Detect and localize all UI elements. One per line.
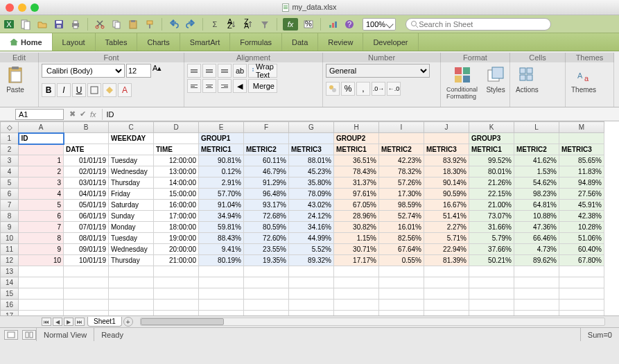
cell-A9[interactable]: 7 xyxy=(19,222,64,233)
cell-E10[interactable]: 88.43% xyxy=(199,233,244,244)
cell-E14[interactable] xyxy=(199,277,244,288)
cell-K6[interactable]: 22.15% xyxy=(469,189,514,200)
cell-C8[interactable]: Sunday xyxy=(109,211,154,222)
cell-D17[interactable] xyxy=(154,311,199,316)
format-painter-icon[interactable] xyxy=(143,18,156,31)
cell-I2[interactable]: METRIC2 xyxy=(379,144,424,155)
tab-smartart[interactable]: SmartArt xyxy=(180,33,230,51)
cell-A2[interactable] xyxy=(19,144,64,155)
col-header-A[interactable]: A xyxy=(19,122,64,133)
cell-G4[interactable]: 45.23% xyxy=(289,166,334,177)
themes-button[interactable]: Aa Themes xyxy=(568,64,599,95)
cell-M1[interactable] xyxy=(559,133,604,144)
formula-input[interactable]: ID xyxy=(102,109,619,120)
cell-C14[interactable] xyxy=(109,277,154,288)
cell-K7[interactable]: 21.00% xyxy=(469,200,514,211)
cell-D15[interactable] xyxy=(154,288,199,300)
row-header-8[interactable]: 8 xyxy=(1,211,19,222)
cell-K8[interactable]: 73.07% xyxy=(469,211,514,222)
row-header-6[interactable]: 6 xyxy=(1,189,19,200)
cell-H12[interactable]: 17.17% xyxy=(334,255,379,266)
cell-E12[interactable]: 80.19% xyxy=(199,255,244,266)
cell-E4[interactable]: 0.12% xyxy=(199,166,244,177)
cell-A10[interactable]: 8 xyxy=(19,233,64,244)
cell-L5[interactable]: 54.62% xyxy=(514,177,559,189)
cell-M3[interactable]: 85.65% xyxy=(559,155,604,166)
row-header-17[interactable]: 17 xyxy=(1,311,19,316)
show-formulas-icon[interactable]: % xyxy=(302,18,315,31)
row-header-11[interactable]: 11 xyxy=(1,244,19,255)
tab-formulas[interactable]: Formulas xyxy=(230,33,282,51)
cell-J13[interactable] xyxy=(424,266,469,277)
cell-B10[interactable]: 08/01/19 xyxy=(64,233,109,244)
cell-F9[interactable]: 80.59% xyxy=(244,222,289,233)
filter-icon[interactable] xyxy=(259,18,271,31)
cell-H2[interactable]: METRIC1 xyxy=(334,144,379,155)
row-header-1[interactable]: 1 xyxy=(1,133,19,144)
cell-F13[interactable] xyxy=(244,266,289,277)
cell-H6[interactable]: 97.61% xyxy=(334,189,379,200)
cell-E8[interactable]: 34.94% xyxy=(199,211,244,222)
cell-G1[interactable] xyxy=(289,133,334,144)
cell-M2[interactable]: METRIC3 xyxy=(559,144,604,155)
cell-D8[interactable]: 17:00:00 xyxy=(154,211,199,222)
row-header-7[interactable]: 7 xyxy=(1,200,19,211)
cell-K11[interactable]: 37.66% xyxy=(469,244,514,255)
last-sheet-icon[interactable]: ⏭ xyxy=(75,318,85,326)
increase-decimal-icon[interactable]: .0→ xyxy=(372,82,385,96)
cell-D6[interactable]: 15:00:00 xyxy=(154,189,199,200)
cell-L6[interactable]: 98.23% xyxy=(514,189,559,200)
cell-M17[interactable] xyxy=(559,311,604,316)
cell-A13[interactable] xyxy=(19,266,64,277)
col-header-K[interactable]: K xyxy=(469,122,514,133)
cell-L17[interactable] xyxy=(514,311,559,316)
fill-color-button[interactable] xyxy=(103,83,116,97)
cell-A6[interactable]: 4 xyxy=(19,189,64,200)
cell-H15[interactable] xyxy=(334,288,379,300)
cell-D4[interactable]: 13:00:00 xyxy=(154,166,199,177)
cell-L8[interactable]: 10.88% xyxy=(514,211,559,222)
redo-icon[interactable] xyxy=(184,18,197,31)
copy-icon[interactable] xyxy=(110,18,123,31)
search-input[interactable] xyxy=(419,20,546,28)
cell-G7[interactable]: 43.02% xyxy=(289,200,334,211)
cell-E7[interactable]: 91.04% xyxy=(199,200,244,211)
cell-H9[interactable]: 30.82% xyxy=(334,222,379,233)
cut-icon[interactable] xyxy=(94,18,106,31)
cell-B6[interactable]: 04/01/19 xyxy=(64,189,109,200)
paste-button[interactable]: Paste xyxy=(3,64,28,95)
cell-I8[interactable]: 52.74% xyxy=(379,211,424,222)
cell-C3[interactable]: Tuesday xyxy=(109,155,154,166)
cell-B16[interactable] xyxy=(64,300,109,311)
cell-J7[interactable]: 16.67% xyxy=(424,200,469,211)
cell-I14[interactable] xyxy=(379,277,424,288)
cell-I17[interactable] xyxy=(379,311,424,316)
cell-L14[interactable] xyxy=(514,277,559,288)
col-header-I[interactable]: I xyxy=(379,122,424,133)
cell-L7[interactable]: 64.81% xyxy=(514,200,559,211)
cell-H3[interactable]: 36.51% xyxy=(334,155,379,166)
cell-D16[interactable] xyxy=(154,300,199,311)
cell-F12[interactable]: 19.35% xyxy=(244,255,289,266)
autosum-icon[interactable]: Σ xyxy=(209,18,221,31)
cell-C17[interactable] xyxy=(109,311,154,316)
cell-B5[interactable]: 03/01/19 xyxy=(64,177,109,189)
tab-layout[interactable]: Layout xyxy=(53,33,96,51)
cell-D14[interactable] xyxy=(154,277,199,288)
cell-A1[interactable]: ID xyxy=(19,133,64,144)
cell-E1[interactable]: GROUP1 xyxy=(199,133,244,144)
cell-K14[interactable] xyxy=(469,277,514,288)
cell-L1[interactable] xyxy=(514,133,559,144)
cell-K5[interactable]: 21.26% xyxy=(469,177,514,189)
align-left-icon[interactable] xyxy=(187,79,201,93)
cell-B11[interactable]: 09/01/19 xyxy=(64,244,109,255)
tab-charts[interactable]: Charts xyxy=(137,33,180,51)
cell-K10[interactable]: 5.79% xyxy=(469,233,514,244)
cell-A14[interactable] xyxy=(19,277,64,288)
cell-I11[interactable]: 67.64% xyxy=(379,244,424,255)
page-layout-view-icon[interactable] xyxy=(22,330,36,340)
tab-tables[interactable]: Tables xyxy=(96,33,138,51)
cell-K12[interactable]: 50.21% xyxy=(469,255,514,266)
cell-K16[interactable] xyxy=(469,300,514,311)
cell-L9[interactable]: 47.36% xyxy=(514,222,559,233)
